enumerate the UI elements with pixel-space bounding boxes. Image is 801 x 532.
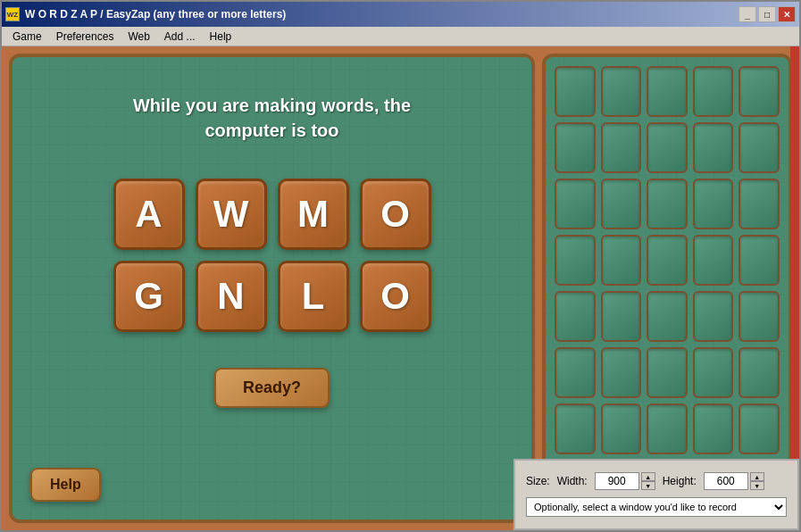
record-dialog: Size: Width: ▲ ▼ Height: ▲ ▼ [513, 459, 799, 530]
grid-cell [601, 66, 642, 117]
grid-cell [647, 403, 688, 454]
grid-cell [601, 179, 642, 229]
tile-O2[interactable]: O [360, 261, 431, 332]
window-controls: _ □ ✕ [738, 6, 796, 22]
tile-M[interactable]: M [278, 179, 349, 250]
grid-cell [738, 347, 780, 398]
grid-cell [693, 122, 734, 173]
grid-cell [693, 291, 734, 342]
main-window: WZ W O R D Z A P / EasyZap (any three or… [0, 0, 801, 532]
grid-cell [601, 122, 642, 173]
game-area: While you are making words, the computer… [2, 46, 799, 530]
title-bar: WZ W O R D Z A P / EasyZap (any three or… [2, 2, 799, 27]
grid-cell [693, 235, 734, 286]
grid-cell [601, 291, 642, 342]
size-label: Size: [526, 475, 550, 487]
grid-cell [647, 291, 688, 342]
grid-cell [555, 122, 596, 173]
height-spin-down[interactable]: ▼ [750, 481, 764, 490]
red-side-strip [790, 46, 799, 530]
tile-N[interactable]: N [196, 261, 267, 332]
grid-cell [601, 403, 642, 454]
grid-cell [738, 291, 780, 342]
grid-cell [738, 66, 780, 117]
menu-web[interactable]: Web [121, 29, 156, 45]
width-spinners: ▲ ▼ [641, 472, 655, 490]
help-button[interactable]: Help [30, 468, 101, 502]
grid-cell [555, 403, 596, 454]
menu-help[interactable]: Help [203, 29, 239, 45]
grid-cell [647, 179, 688, 229]
height-input-group: ▲ ▼ [704, 472, 764, 490]
ready-button[interactable]: Ready? [214, 368, 330, 408]
tiles-grid: A W M O G N L O [113, 179, 431, 332]
grid-cell [738, 235, 780, 286]
maximize-button[interactable]: □ [758, 6, 776, 22]
tile-W[interactable]: W [196, 179, 267, 250]
grid-cell [601, 235, 642, 286]
grid-cell [555, 66, 596, 117]
grid-cell [555, 179, 596, 229]
app-icon: WZ [5, 7, 20, 21]
width-input-group: ▲ ▼ [595, 472, 655, 490]
menu-game[interactable]: Game [5, 29, 49, 45]
height-label: Height: [663, 475, 697, 487]
window-select[interactable]: Optionally, select a window you'd like t… [526, 497, 787, 517]
grid-cell [738, 403, 780, 454]
grid-cell [647, 235, 688, 286]
height-spinners: ▲ ▼ [750, 472, 764, 490]
grid-cell [647, 66, 688, 117]
window-select-row: Optionally, select a window you'd like t… [526, 497, 787, 517]
grid-cell [738, 122, 780, 173]
grid-cell [555, 291, 596, 342]
grid-cell [693, 179, 734, 229]
width-label: Width: [557, 475, 588, 487]
height-input[interactable] [704, 472, 748, 490]
width-input[interactable] [595, 472, 639, 490]
grid-cell [693, 347, 734, 398]
grid-cell [647, 122, 688, 173]
grid-cell [647, 347, 688, 398]
tile-A[interactable]: A [113, 179, 185, 250]
menu-preferences[interactable]: Preferences [49, 29, 121, 45]
width-spin-up[interactable]: ▲ [641, 472, 655, 481]
menu-bar: Game Preferences Web Add ... Help [2, 27, 799, 46]
minimize-button[interactable]: _ [738, 6, 756, 22]
grid-cell [555, 347, 596, 398]
size-row: Size: Width: ▲ ▼ Height: ▲ ▼ [526, 472, 787, 490]
game-message: While you are making words, the computer… [133, 93, 411, 143]
grid-cell [555, 235, 596, 286]
grid-cell [738, 179, 780, 229]
close-button[interactable]: ✕ [778, 6, 796, 22]
grid-cell [693, 403, 734, 454]
menu-add[interactable]: Add ... [157, 29, 203, 45]
grid-cell [601, 347, 642, 398]
width-spin-down[interactable]: ▼ [641, 481, 655, 490]
tile-L[interactable]: L [278, 261, 349, 332]
grid-cell [693, 66, 734, 117]
tile-G[interactable]: G [113, 261, 185, 332]
height-spin-up[interactable]: ▲ [750, 472, 764, 481]
left-panel: While you are making words, the computer… [9, 54, 535, 523]
title-bar-text: WZ W O R D Z A P / EasyZap (any three or… [5, 7, 286, 21]
tile-O1[interactable]: O [360, 179, 431, 250]
right-panel [542, 54, 792, 523]
